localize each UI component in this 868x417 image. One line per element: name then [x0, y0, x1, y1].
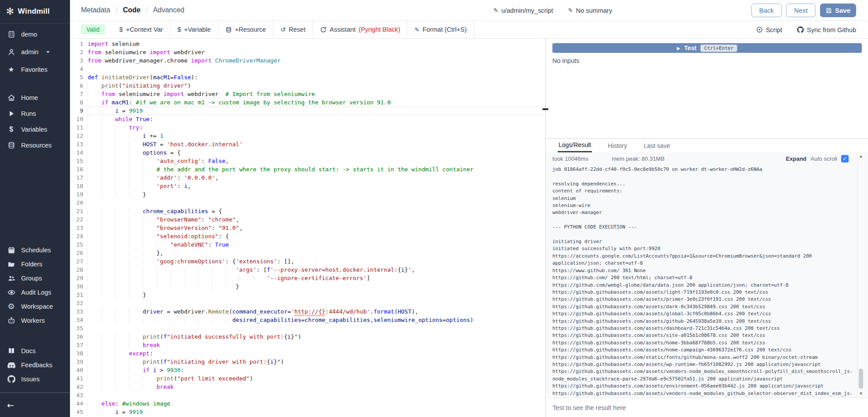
tab-code[interactable]: Code — [123, 6, 140, 14]
code-line-7[interactable]: 7 from seleniumwire import webdriver # I… — [70, 90, 545, 98]
sidebar-item-user-admin[interactable]: admin — [0, 43, 70, 61]
code-line-14[interactable]: 14 options = { — [70, 148, 545, 157]
code-line-40[interactable]: 40 if i > 9930: — [70, 366, 545, 374]
run-stats: took 10046ms mem peak: 80.31MB Expand Au… — [546, 152, 868, 165]
code-line-9[interactable]: 9 i = 9919 — [70, 107, 545, 115]
code-line-15[interactable]: 15 'auto_config': False, — [70, 157, 545, 165]
folder-icon — [7, 260, 15, 269]
tab-logs-result[interactable]: Logs/Result — [558, 139, 592, 152]
next-button[interactable]: Next — [786, 4, 816, 17]
code-line-28[interactable]: 28 'args': [f'--proxy-server=host.docker… — [70, 266, 545, 274]
code-line-41[interactable]: 41 print("port limit exceeded") — [70, 374, 545, 383]
code-line-32[interactable]: 32 — [70, 299, 545, 307]
add-variable-button[interactable]: $ +Variable — [170, 21, 218, 38]
code-line-6[interactable]: 6 print("initiating driver") — [70, 81, 545, 90]
sidebar-item-runs[interactable]: Runs — [0, 106, 70, 122]
sidebar-item-resources[interactable]: Resources — [0, 137, 70, 153]
code-line-4[interactable]: 4 — [70, 65, 545, 73]
sidebar-item-folders[interactable]: Folders — [0, 257, 70, 271]
assistant-button[interactable]: Assistant (Pyright Black) — [313, 21, 408, 38]
code-line-44[interactable]: 44 else: #windows image — [70, 399, 545, 408]
code-line-18[interactable]: 18 'port': i, — [70, 182, 545, 190]
code-line-13[interactable]: 13 HOST = 'host.docker.internal' — [70, 140, 545, 148]
code-line-10[interactable]: 10 while True: — [70, 115, 545, 123]
autoscroll-checkbox[interactable]: ✓ — [841, 155, 849, 162]
code-line-23[interactable]: 23 "browserVersion": "91.0", — [70, 224, 545, 232]
test-button[interactable]: ▶ Test Ctrl+Enter — [552, 43, 862, 53]
runs-label: Runs — [21, 110, 36, 117]
tab-metadata[interactable]: Metadata — [81, 6, 110, 14]
sidebar-item-workers[interactable]: Workers — [0, 314, 70, 328]
sidebar-item-feedbacks[interactable]: Feedbacks — [0, 358, 70, 372]
line-number: 36 — [70, 332, 83, 341]
code-line-34[interactable]: 34 desired_capabilities=chrome_capabilit… — [70, 316, 545, 324]
script-path[interactable]: ✎ u/admin/my_script — [493, 7, 553, 14]
code-line-31[interactable]: 31 } — [70, 291, 545, 299]
code-line-3[interactable]: 3from webdriver_manager.chrome import Ch… — [70, 56, 545, 65]
script-summary[interactable]: ✎ No summary — [568, 7, 612, 14]
code-line-8[interactable]: 8 if macM1: #if we are on mac m1 -> cust… — [70, 98, 545, 107]
code-line-42[interactable]: 42 break — [70, 383, 545, 391]
log-line: --- PYTHON CODE EXECUTION --- — [552, 224, 853, 231]
code-line-38[interactable]: 38 except: — [70, 349, 545, 358]
code-line-45[interactable]: 45 i = 9919 — [70, 408, 545, 416]
sidebar-item-audit-logs[interactable]: Audit Logs — [0, 285, 70, 299]
brand[interactable]: ✻ Windmill — [0, 0, 70, 23]
code-line-21[interactable]: 21 chrome_capabilities = { — [70, 207, 545, 215]
code-line-11[interactable]: 11 try: — [70, 123, 545, 132]
sidebar-item-workspace-demo[interactable]: demo — [0, 26, 70, 43]
script-kind-button[interactable]: Script — [756, 26, 782, 33]
code-line-35[interactable]: 35 — [70, 324, 545, 332]
code-line-30[interactable]: 30 } — [70, 282, 545, 291]
sidebar-item-workspace-settings[interactable]: ⚙ Workspace — [0, 299, 70, 314]
add-resource-button[interactable]: +Resource — [218, 21, 274, 38]
code-line-25[interactable]: 25 "enableVNC": True — [70, 240, 545, 249]
code-line-33[interactable]: 33 driver = webdriver.Remote(command_exe… — [70, 307, 545, 316]
code-line-12[interactable]: 12 i += 1 — [70, 132, 545, 140]
tab-history[interactable]: History — [607, 139, 628, 152]
splitter-handle-icon[interactable] — [542, 108, 548, 110]
code-line-17[interactable]: 17 'addr': '0.0.0.0', — [70, 173, 545, 182]
test-shortcut: Ctrl+Enter — [700, 44, 737, 52]
log-scrollbar[interactable]: ▲ ▼ — [857, 152, 864, 398]
code-editor[interactable]: 1import selenium2from seleniumwire impor… — [70, 39, 545, 417]
sidebar-item-home[interactable]: Home — [0, 90, 70, 106]
tab-advanced[interactable]: Advanced — [153, 6, 184, 14]
code-line-24[interactable]: 24 "selenoid:options": { — [70, 232, 545, 240]
tab-last-save[interactable]: Last save — [643, 139, 671, 152]
sidebar-item-groups[interactable]: Groups — [0, 271, 70, 285]
code-line-29[interactable]: 29 '--ignore-certificate-errors'] — [70, 274, 545, 282]
code-line-26[interactable]: 26 }, — [70, 249, 545, 257]
code-line-22[interactable]: 22 "browserName": "chrome", — [70, 215, 545, 224]
code-line-39[interactable]: 39 print(f"initiating driver with port:{… — [70, 358, 545, 366]
code-line-2[interactable]: 2from seleniumwire import webdriver — [70, 48, 545, 56]
expand-button[interactable]: Expand — [786, 155, 806, 162]
sync-from-github-button[interactable]: Sync from Github — [797, 26, 856, 33]
code-line-37[interactable]: 37 break — [70, 341, 545, 349]
back-button[interactable]: Back — [751, 4, 782, 17]
code-line-36[interactable]: 36 print(f"initiated successfully with p… — [70, 332, 545, 341]
reset-button[interactable]: ↺ Reset — [273, 21, 313, 38]
sidebar-item-schedules[interactable]: Schedules — [0, 243, 70, 257]
run-panel: ▶ Test Ctrl+Enter No inputs Logs/Result … — [546, 39, 868, 417]
code-line-27[interactable]: 27 'goog:chromeOptions': {'extensions': … — [70, 257, 545, 266]
code-line-1[interactable]: 1import selenium — [70, 40, 545, 48]
sidebar-item-doc[interactable]: Docs — [0, 344, 70, 358]
line-number: 3 — [70, 56, 83, 65]
code-line-19[interactable]: 19 } — [70, 190, 545, 199]
collapse-sidebar-button[interactable]: ← — [7, 401, 14, 410]
code-line-43[interactable]: 43 — [70, 391, 545, 399]
scrollbar-thumb[interactable] — [859, 369, 863, 389]
add-context-var-button[interactable]: $ +Context Var — [112, 21, 170, 38]
sidebar-item-issues[interactable]: Issues — [0, 372, 70, 386]
scroll-up-icon[interactable]: ▲ — [858, 153, 864, 159]
code-line-20[interactable]: 20 — [70, 199, 545, 207]
scroll-down-icon[interactable]: ▼ — [858, 391, 864, 397]
save-button[interactable]: Save — [820, 4, 856, 17]
code-line-16[interactable]: 16 # the addr and the port where the pro… — [70, 165, 545, 173]
code-line-5[interactable]: 5def initiateDriver(macM1=False): — [70, 73, 545, 81]
assistant-mode-label: (Pyright Black) — [359, 26, 400, 33]
format-button[interactable]: ✎ Format (Ctrl+S) — [408, 21, 474, 38]
sidebar-item-favorites[interactable]: ★ Favorites — [0, 61, 70, 78]
sidebar-item-variables[interactable]: $ Variables — [0, 122, 70, 137]
